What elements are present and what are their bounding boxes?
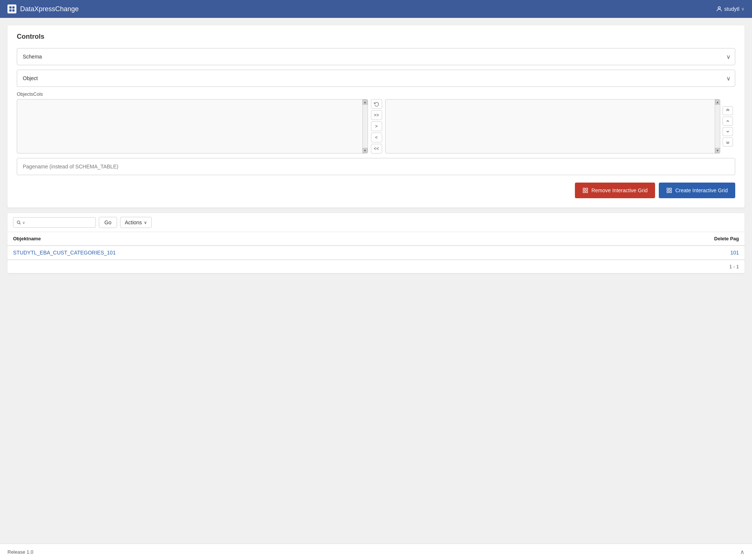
schema-select[interactable]: Schema bbox=[17, 48, 735, 65]
username-label: studytl bbox=[724, 6, 739, 12]
transfer-buttons-group: >> > < << bbox=[368, 99, 385, 154]
header-left: DataXpressChange bbox=[7, 4, 79, 13]
svg-rect-6 bbox=[583, 188, 585, 190]
reorder-up-btn[interactable] bbox=[723, 117, 733, 126]
reorder-bottom-btn[interactable] bbox=[723, 137, 733, 146]
controls-card: Controls Schema ∨ Object ∨ ObjectsCols ▲ bbox=[7, 25, 745, 208]
left-scroll-down-btn[interactable]: ▼ bbox=[362, 148, 368, 153]
grid-toolbar: ∨ Go Actions ∨ bbox=[7, 213, 745, 232]
cell-delete-page: 101 bbox=[567, 246, 745, 260]
col-header-delete-page: Delete Pag bbox=[567, 232, 745, 246]
grid-table-body: STUDYTL_EBA_CUST_CATEGORIES_101 101 bbox=[7, 246, 745, 260]
col-header-objektname: Objektname bbox=[7, 232, 567, 246]
user-menu[interactable]: studytl ∨ bbox=[716, 6, 745, 12]
cell-objektname[interactable]: STUDYTL_EBA_CUST_CATEGORIES_101 bbox=[7, 246, 567, 260]
main-content: Controls Schema ∨ Object ∨ ObjectsCols ▲ bbox=[0, 18, 752, 544]
grid-table-header: Objektname Delete Pag bbox=[7, 232, 745, 246]
svg-rect-7 bbox=[586, 188, 588, 190]
user-chevron-icon: ∨ bbox=[741, 6, 745, 12]
user-icon bbox=[716, 6, 723, 12]
svg-rect-0 bbox=[9, 6, 12, 9]
footer-release-label: Release 1.0 bbox=[7, 549, 33, 555]
footer-chevron-icon[interactable]: ∧ bbox=[740, 548, 745, 556]
objects-cols-label: ObjectsCols bbox=[17, 91, 735, 97]
app-header: DataXpressChange studytl ∨ bbox=[0, 0, 752, 18]
right-scrollbar[interactable]: ▲ ▼ bbox=[715, 99, 720, 153]
reorder-top-btn[interactable] bbox=[723, 106, 733, 115]
svg-rect-13 bbox=[670, 191, 671, 193]
transfer-left-btn[interactable]: < bbox=[371, 133, 382, 142]
grid-table: Objektname Delete Pag STUDYTL_EBA_CUST_C… bbox=[7, 232, 745, 260]
controls-title: Controls bbox=[17, 33, 735, 41]
svg-point-4 bbox=[718, 7, 720, 9]
svg-line-15 bbox=[19, 223, 21, 224]
transfer-reset-btn[interactable] bbox=[371, 99, 382, 109]
app-title: DataXpressChange bbox=[20, 5, 79, 13]
action-buttons-group: Remove Interactive Grid Create Interacti… bbox=[17, 183, 735, 198]
object-dropdown-wrapper: Object ∨ bbox=[17, 70, 735, 87]
actions-button[interactable]: Actions ∨ bbox=[120, 217, 152, 228]
right-scroll-down-btn[interactable]: ▼ bbox=[715, 148, 720, 153]
reorder-buttons-group bbox=[720, 99, 735, 154]
schema-dropdown-wrapper: Schema ∨ bbox=[17, 48, 735, 65]
table-row: STUDYTL_EBA_CUST_CATEGORIES_101 101 bbox=[7, 246, 745, 260]
right-scroll-track bbox=[715, 105, 720, 148]
pagename-input[interactable] bbox=[17, 158, 735, 175]
svg-rect-9 bbox=[586, 191, 588, 193]
remove-grid-icon bbox=[582, 187, 588, 193]
right-scroll-up-btn[interactable]: ▲ bbox=[715, 99, 720, 105]
svg-rect-12 bbox=[667, 191, 669, 193]
remove-interactive-grid-button[interactable]: Remove Interactive Grid bbox=[575, 183, 655, 198]
go-button[interactable]: Go bbox=[99, 217, 117, 228]
svg-rect-11 bbox=[670, 188, 671, 190]
svg-point-14 bbox=[17, 221, 20, 224]
create-grid-icon bbox=[666, 187, 672, 193]
svg-rect-10 bbox=[667, 188, 669, 190]
transfer-area: ▲ ▼ >> > bbox=[17, 99, 735, 154]
create-interactive-grid-button[interactable]: Create Interactive Grid bbox=[659, 183, 735, 198]
search-icon bbox=[16, 220, 21, 225]
left-scroll-up-btn[interactable]: ▲ bbox=[362, 99, 368, 105]
app-logo bbox=[7, 4, 16, 13]
object-select[interactable]: Object bbox=[17, 70, 735, 87]
grid-section: ∨ Go Actions ∨ Objektname Delete Pag STU… bbox=[7, 213, 745, 273]
actions-chevron-icon: ∨ bbox=[144, 220, 147, 225]
svg-rect-2 bbox=[9, 9, 12, 12]
search-input[interactable] bbox=[26, 219, 92, 225]
transfer-left-list[interactable]: ▲ ▼ bbox=[17, 99, 368, 154]
svg-rect-1 bbox=[12, 6, 15, 9]
reorder-down-btn[interactable] bbox=[723, 127, 733, 136]
transfer-right-area: ▲ ▼ bbox=[385, 99, 736, 154]
transfer-all-right-btn[interactable]: >> bbox=[371, 110, 382, 120]
left-scroll-track bbox=[363, 105, 368, 148]
svg-rect-3 bbox=[12, 9, 15, 12]
transfer-right-list[interactable]: ▲ ▼ bbox=[385, 99, 721, 154]
search-wrapper[interactable]: ∨ bbox=[13, 217, 96, 228]
transfer-all-left-btn[interactable]: << bbox=[371, 144, 382, 154]
transfer-right-btn[interactable]: > bbox=[371, 121, 382, 131]
svg-rect-8 bbox=[583, 191, 585, 193]
grid-pagination: 1 - 1 bbox=[7, 260, 745, 273]
left-scrollbar[interactable]: ▲ ▼ bbox=[362, 99, 368, 153]
app-footer: Release 1.0 ∧ bbox=[0, 544, 752, 560]
search-chevron-icon[interactable]: ∨ bbox=[22, 221, 25, 225]
